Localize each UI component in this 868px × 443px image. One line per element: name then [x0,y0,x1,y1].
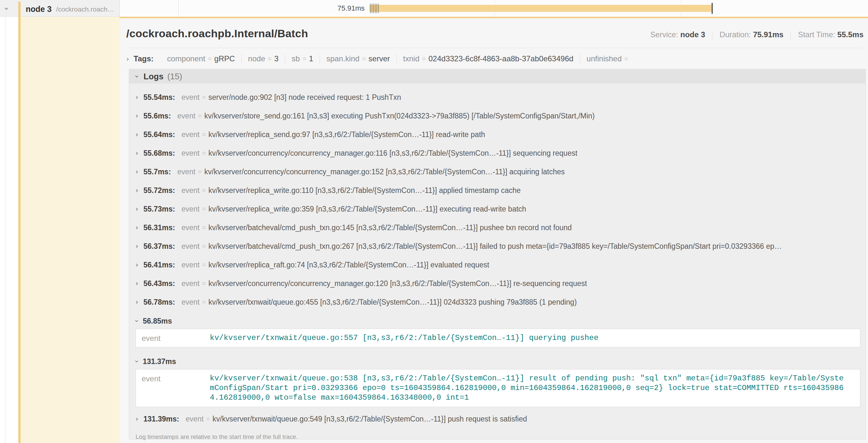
log-row[interactable]: ›56.37ms:event=kv/kvserver/batcheval/cmd… [135,237,860,255]
log-row[interactable]: ›55.73ms:event=kv/kvserver/replica_write… [135,200,860,218]
log-row-expanded-header[interactable]: › 56.85ms [135,315,860,327]
span-name-tab[interactable]: node 3 /cockroach.roach… [18,2,114,17]
log-row[interactable]: ›55.72ms:event=kv/kvserver/replica_write… [135,181,860,200]
log-row[interactable]: ›55.54ms:event=server/node.go:902 [n3] n… [135,88,860,107]
log-row[interactable]: ›131.39ms:event=kv/kvserver/txnwait/queu… [135,410,860,428]
tag-component: component=gRPC [161,54,241,63]
log-row[interactable]: ›55.6ms:event=kv/kvserver/store_send.go:… [135,107,860,125]
logs-footer-note: Log timestamps are relative to the start… [135,430,860,440]
service-value: node 3 [680,30,705,39]
span-detail-panel: /cockroach.roachpb.Internal/Batch Servic… [120,17,868,443]
gutter-divider [5,17,5,443]
log-field-name: event [142,333,210,343]
log-row[interactable]: ›56.78ms:event=kv/kvserver/txnwait/queue… [135,293,860,311]
log-detail-card: event kv/kvserver/txnwait/queue.go:538 [… [135,369,860,407]
log-row[interactable]: ›56.41ms:event=kv/kvserver/replica_raft.… [135,255,860,274]
tag-sb: sb=1 [285,54,320,63]
log-row[interactable]: ›56.43ms:event=kv/kvserver/concurrency/c… [135,274,860,293]
log-detail-card: event kv/kvserver/txnwait/queue.go:557 [… [135,329,860,347]
tag-node: node=3 [241,54,285,63]
logs-section: › Logs (15) ›55.54ms:event=server/node.g… [129,69,866,440]
log-end-marker [712,3,713,14]
log-field-value: kv/kvserver/txnwait/queue.go:557 [n3,s3,… [210,333,598,343]
log-row[interactable]: ›55.64ms:event=kv/kvserver/replica_send.… [135,125,860,144]
log-row-expanded-header[interactable]: › 131.37ms [135,356,860,367]
trace-detail-page: › node 3 /cockroach.roach… 75.91ms /cock… [0,0,868,443]
trace-row: › node 3 /cockroach.roach… 75.91ms [0,0,868,17]
tags-accordion[interactable]: › Tags: component=gRPC node=3 sb=1 span.… [126,52,863,66]
tag-txnid: txnid=024d3323-6c8f-4863-aa8b-37ab0e6349… [396,54,580,63]
chevron-down-icon: › [133,75,141,78]
log-row[interactable]: ›56.31ms:event=kv/kvserver/batcheval/cmd… [135,218,860,237]
timeline-divider[interactable] [178,0,179,17]
span-bar[interactable] [369,5,713,12]
column-divider[interactable] [120,0,120,17]
chevron-right-icon: › [126,55,129,63]
duration-value: 75.91ms [753,30,783,39]
start-time-value: 55.5ms [837,30,864,39]
chevron-down-icon: › [2,7,11,10]
span-operation-name: /cockroach.roach… [56,5,114,13]
selected-row-highlight [21,17,120,443]
span-title: /cockroach.roachpb.Internal/Batch [126,27,308,40]
collapse-row-button[interactable]: › [5,4,8,14]
tag-span-kind: span.kind=server [320,54,396,63]
tag-unfinished: unfinished= [580,54,637,63]
chevron-down-icon: › [133,320,141,322]
log-row[interactable]: ›55.68ms:event=kv/kvserver/concurrency/c… [135,144,860,163]
tags-label: Tags: [134,54,154,63]
logs-list: ›55.54ms:event=server/node.go:902 [n3] n… [129,83,865,440]
title-divider [126,48,863,48]
span-meta: Service: node 3Duration: 75.91msStart Ti… [650,30,864,39]
logs-title: Logs [144,72,163,81]
log-field-value: kv/kvserver/txnwait/queue.go:538 [n3,s3,… [210,374,847,403]
logs-accordion-header[interactable]: › Logs (15) [129,69,865,83]
span-service-name: node 3 [26,4,52,14]
log-row[interactable]: ›55.7ms:event=kv/kvserver/concurrency/co… [135,163,860,181]
span-duration-label: 75.91ms [307,0,365,17]
chevron-down-icon: › [133,360,141,363]
log-field-name: event [142,374,210,403]
logs-count: (15) [167,72,182,81]
span-color-strip [18,17,21,443]
